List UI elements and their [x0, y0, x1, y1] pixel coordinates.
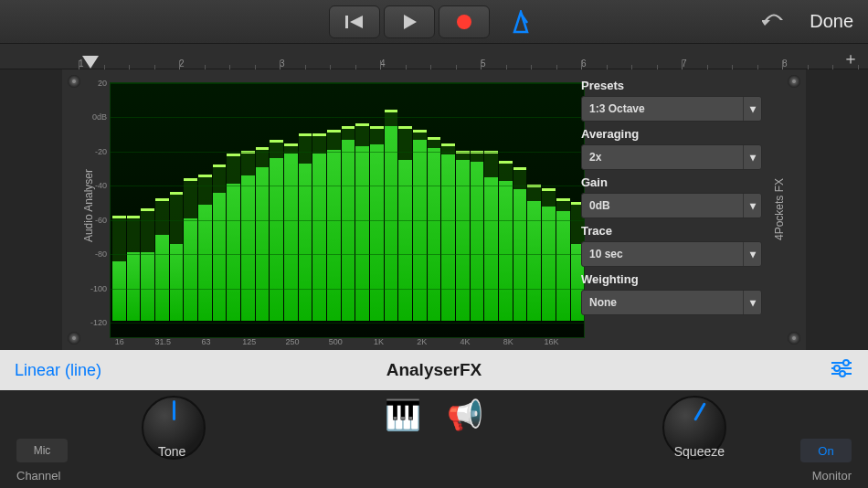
playhead[interactable]	[82, 56, 99, 69]
channel-label: Channel	[16, 469, 60, 483]
weighting-select[interactable]: None ▾	[581, 290, 762, 315]
peak-marker	[355, 123, 369, 126]
ruler-tick: 1	[79, 58, 84, 69]
peak-marker	[284, 143, 298, 146]
averaging-value: 2x	[589, 151, 601, 164]
plugin-title: AnalyserFX	[386, 360, 482, 380]
x-axis-tick: 31.5	[154, 337, 171, 346]
peak-marker	[155, 198, 169, 201]
y-axis-tick: 0dB	[92, 112, 107, 122]
gain-value: 0dB	[589, 199, 610, 212]
play-button[interactable]	[384, 5, 435, 38]
weighting-value: None	[589, 296, 617, 309]
svg-point-7	[843, 360, 849, 366]
y-axis-tick: -60	[95, 216, 107, 225]
peak-marker	[184, 178, 197, 181]
peak-marker	[270, 140, 283, 143]
megaphone-icon[interactable]: 📢	[447, 398, 483, 432]
gain-select[interactable]: 0dB ▾	[581, 193, 762, 218]
svg-rect-0	[345, 16, 348, 28]
rewind-button[interactable]	[329, 5, 380, 38]
ruler-tick: 5	[481, 58, 486, 69]
peak-marker	[227, 154, 240, 156]
chevron-down-icon: ▾	[743, 242, 761, 266]
done-button[interactable]: Done	[810, 11, 853, 32]
peak-marker	[556, 198, 570, 201]
squeeze-label: Squeeze	[674, 444, 725, 459]
chevron-down-icon: ▾	[743, 194, 761, 217]
chevron-down-icon: ▾	[743, 291, 761, 314]
sliders-icon[interactable]	[830, 359, 853, 381]
peak-marker	[256, 147, 270, 150]
tone-label: Tone	[158, 444, 185, 459]
svg-point-3	[457, 15, 471, 29]
screw-icon	[788, 75, 800, 88]
gain-label: Gain	[581, 175, 762, 189]
presets-value: 1:3 Octave	[589, 102, 645, 115]
center-icons: 🎹 📢	[385, 398, 483, 432]
peak-marker	[127, 216, 141, 218]
ruler-tick: 3	[280, 58, 285, 69]
monitor-on-button[interactable]: On	[800, 439, 852, 462]
chevron-down-icon: ▾	[743, 97, 761, 121]
chevron-down-icon: ▾	[743, 145, 761, 169]
svg-point-9	[834, 366, 840, 371]
svg-marker-1	[350, 16, 363, 28]
timeline-ruler[interactable]: ＋ 12345678	[0, 44, 868, 69]
plugin-info-bar: Linear (line) AnalyserFX	[0, 350, 868, 390]
x-axis-tick: 125	[242, 337, 256, 346]
settings-panel: Presets 1:3 Octave ▾ Averaging 2x ▾ Gain…	[581, 79, 762, 321]
add-track-button[interactable]: ＋	[842, 48, 859, 69]
undo-button[interactable]	[762, 11, 786, 33]
trace-select[interactable]: 10 sec ▾	[581, 241, 762, 267]
peak-marker	[413, 130, 427, 133]
y-axis-tick: -100	[90, 284, 107, 293]
presets-select[interactable]: 1:3 Octave ▾	[581, 96, 762, 122]
x-axis-tick: 16	[115, 337, 124, 346]
peak-marker	[385, 110, 398, 112]
x-axis-tick: 4K	[460, 337, 471, 346]
averaging-label: Averaging	[581, 127, 762, 141]
x-axis-tick: 500	[329, 337, 343, 346]
view-mode-button[interactable]: Linear (line)	[15, 361, 101, 380]
ruler-tick: 6	[581, 58, 587, 69]
keyboard-icon[interactable]: 🎹	[385, 398, 421, 432]
peak-marker	[198, 175, 212, 177]
ruler-tick: 2	[179, 58, 185, 69]
peak-marker	[312, 133, 326, 136]
peak-marker	[213, 164, 227, 167]
ruler-tick: 8	[782, 58, 788, 69]
peak-marker	[342, 126, 355, 129]
spectrum-analyser-display: 200dB-20-40-60-80-100-120 1631.563125250…	[110, 82, 585, 338]
peak-marker	[112, 216, 126, 218]
x-axis-tick: 250	[285, 337, 299, 346]
record-button[interactable]	[439, 5, 490, 38]
y-axis-tick: -40	[95, 181, 107, 190]
y-axis: 200dB-20-40-60-80-100-120	[78, 83, 111, 323]
screw-icon	[68, 332, 80, 345]
peak-marker	[327, 130, 341, 133]
bottom-controls: Mic Tone 🎹 📢 Squeeze On Channel Monitor	[0, 390, 868, 488]
screw-icon	[788, 332, 800, 345]
peak-marker	[542, 188, 556, 191]
plugin-right-label: 4Pockets FX	[773, 178, 786, 240]
trace-value: 10 sec	[589, 248, 623, 260]
y-axis-tick: -80	[95, 249, 107, 259]
weighting-label: Weighting	[581, 272, 762, 286]
trace-label: Trace	[581, 224, 762, 238]
peak-marker	[499, 161, 513, 164]
x-axis-tick: 16K	[545, 337, 559, 346]
ruler-tick: 7	[682, 58, 687, 69]
svg-point-11	[840, 371, 845, 377]
peak-marker	[170, 192, 184, 195]
averaging-select[interactable]: 2x ▾	[581, 144, 762, 170]
peak-marker	[441, 143, 455, 146]
y-axis-tick: -120	[90, 318, 107, 327]
x-axis-tick: 1K	[374, 337, 384, 346]
peak-marker	[141, 208, 154, 211]
mic-button[interactable]: Mic	[16, 439, 68, 462]
peak-marker	[398, 126, 412, 129]
metronome-button[interactable]	[503, 5, 539, 38]
x-axis-tick: 2K	[417, 337, 427, 346]
x-axis-tick: 63	[201, 337, 210, 346]
